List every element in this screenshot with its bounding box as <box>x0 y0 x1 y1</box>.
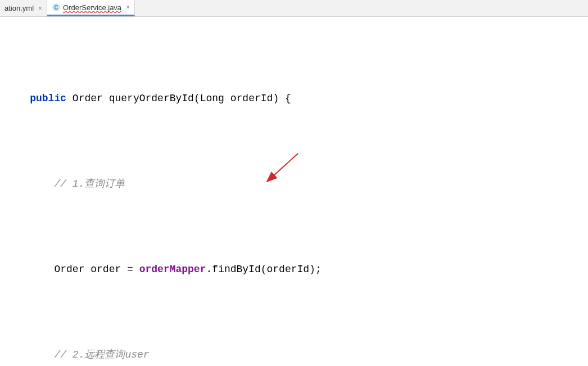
close-icon[interactable]: × <box>38 4 42 12</box>
keyword: public <box>30 93 66 104</box>
comment: // 2.远程查询user <box>54 349 149 360</box>
code-editor[interactable]: public Order queryOrderById(Long orderId… <box>0 17 588 366</box>
code-line: // 2.远程查询user <box>0 344 588 365</box>
field-ref: orderMapper <box>139 264 206 275</box>
tab-file-2[interactable]: C OrderService.java × <box>47 0 135 16</box>
code-line: Order order = orderMapper.findById(order… <box>0 259 588 280</box>
code-line: // 1.查询订单 <box>0 173 588 195</box>
close-icon[interactable]: × <box>126 3 130 11</box>
tab-file-1[interactable]: ation.yml × <box>0 0 47 16</box>
tab-label: OrderService.java <box>63 3 121 12</box>
tab-label: ation.yml <box>4 4 34 12</box>
comment: // 1.查询订单 <box>54 178 125 189</box>
tab-bar: ation.yml × C OrderService.java × <box>0 0 588 17</box>
java-class-icon: C <box>52 3 61 12</box>
code-line: public Order queryOrderById(Long orderId… <box>0 88 588 109</box>
